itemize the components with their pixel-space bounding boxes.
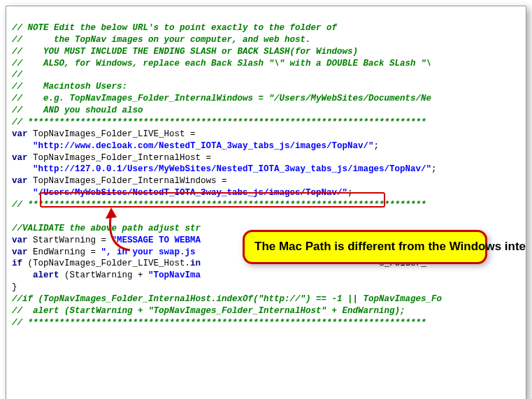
keyword-var: var xyxy=(12,247,28,257)
string-literal: "TopNavIma xyxy=(148,270,201,280)
string-literal: "http://www.decloak.com/NestedT_IOTA_3wa… xyxy=(12,141,374,151)
callout-box: The Mac Path is different from the Windo… xyxy=(243,230,487,264)
code-snippet: // NOTE Edit the below URL's to point ex… xyxy=(6,6,526,399)
comment-line: // the TopNav images on your computer, a… xyxy=(12,35,311,45)
comment-line: //if (TopNavImages_Folder_InternalHost.i… xyxy=(12,294,442,304)
document-wrapper: // NOTE Edit the below URL's to point ex… xyxy=(6,6,526,399)
string-literal-highlighted: "/Users/MyWebSites/NestedT_IOTA_3way_tab… xyxy=(12,188,347,198)
identifier: EndWarning = xyxy=(28,247,101,257)
semicolon: ; xyxy=(374,141,380,151)
string-literal: "http://127.0.0.1/Users/MyWebSites/Neste… xyxy=(12,164,431,174)
comment-line: // NOTE Edit the below URL's to point ex… xyxy=(12,23,337,33)
comment-line: // AND you should also xyxy=(12,106,143,115)
keyword-var: var xyxy=(12,153,28,163)
identifier: TopNavImages_Folder_InternalWindows = xyxy=(28,176,227,186)
semicolon: ; xyxy=(347,188,353,198)
keyword-var: var xyxy=(12,235,28,245)
comment-stars: // *************************************… xyxy=(12,200,426,210)
brace-close: } xyxy=(12,282,17,292)
comment-line: //VALIDATE the above path adjust str xyxy=(12,224,201,233)
identifier: (TopNavImages_Folder_LIVE_Host. xyxy=(22,259,190,268)
string-literal: "MESSAGE TO WEBMA xyxy=(112,235,201,245)
comment-line: // Macintosh Users: xyxy=(12,82,127,92)
string-literal: ", in your swap.js xyxy=(101,247,201,257)
keyword-if: if xyxy=(12,259,22,268)
comment-stars: // *************************************… xyxy=(12,318,426,328)
identifier: TopNavImages_Folder_LIVE_Host = xyxy=(28,129,196,139)
identifier: TopNavImages_Folder_InternalHost = xyxy=(28,153,212,163)
comment-line: // YOU MUST INCLUDE THE ENDING SLASH or … xyxy=(12,47,358,57)
semicolon: ; xyxy=(431,164,437,174)
keyword-var: var xyxy=(12,129,28,139)
keyword-alert: alert xyxy=(33,270,59,280)
identifier: StartWarning = xyxy=(28,235,112,245)
identifier: (StartWarning + xyxy=(59,270,149,280)
comment-line: // xyxy=(12,70,22,80)
identifier: in xyxy=(190,259,201,268)
keyword-var: var xyxy=(12,176,28,186)
comment-stars: // *************************************… xyxy=(12,117,426,127)
comment-line: // e.g. TopNavImages_Folder_InternalWind… xyxy=(12,94,431,103)
comment-line: // alert (StartWarning + "TopNavImages_F… xyxy=(12,306,405,316)
comment-line: // ALSO, for Windows, replace each Back … xyxy=(12,59,431,68)
